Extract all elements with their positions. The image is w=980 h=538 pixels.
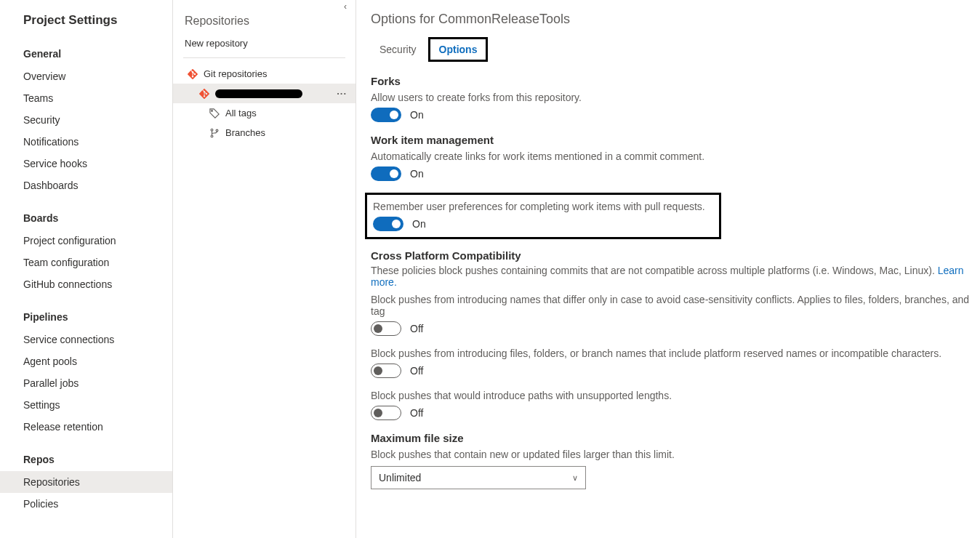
- auto-link-desc: Automatically create links for work item…: [371, 150, 980, 162]
- collapse-panel-icon[interactable]: ‹: [340, 1, 351, 13]
- case-sensitivity-state: Off: [410, 323, 423, 334]
- git-repositories-root[interactable]: Git repositories: [173, 64, 356, 84]
- tag-icon: [209, 108, 220, 119]
- nav-heading: General: [0, 41, 172, 65]
- options-content: Options for CommonReleaseTools Security …: [356, 0, 980, 538]
- nav-item-security[interactable]: Security: [0, 109, 172, 131]
- forks-section: Forks Allow users to create forks from t…: [371, 75, 980, 122]
- repo-item-selected[interactable]: ···: [173, 84, 356, 103]
- remember-pref-toggle[interactable]: [373, 217, 403, 231]
- remember-pref-state: On: [412, 218, 426, 230]
- path-length-desc: Block pushes that would introduce paths …: [371, 390, 980, 401]
- nav-item-release-retention[interactable]: Release retention: [0, 416, 172, 438]
- forks-desc: Allow users to create forks from this re…: [371, 92, 980, 103]
- chevron-down-icon: ∨: [572, 473, 578, 483]
- nav-item-team-configuration[interactable]: Team configuration: [0, 252, 172, 273]
- nav-item-settings[interactable]: Settings: [0, 394, 172, 416]
- nav-item-teams[interactable]: Teams: [0, 87, 172, 109]
- nav-heading: Boards: [0, 205, 172, 230]
- git-icon: [188, 69, 198, 79]
- work-item-section: Work item management Automatically creat…: [371, 134, 980, 239]
- path-length-toggle[interactable]: [371, 406, 401, 420]
- branch-icon: [209, 128, 220, 138]
- cross-platform-section: Cross Platform Compatibility These polic…: [371, 249, 980, 420]
- nav-heading: Pipelines: [0, 304, 172, 329]
- all-tags-label: All tags: [225, 108, 257, 119]
- forks-heading: Forks: [371, 75, 980, 87]
- max-file-size-heading: Maximum file size: [371, 432, 980, 444]
- svg-point-0: [212, 110, 213, 111]
- auto-link-state: On: [410, 168, 424, 180]
- tab-security[interactable]: Security: [371, 39, 425, 60]
- nav-heading: Repos: [0, 446, 172, 471]
- max-file-size-section: Maximum file size Block pushes that cont…: [371, 432, 980, 489]
- nav-item-notifications[interactable]: Notifications: [0, 131, 172, 153]
- all-tags-item[interactable]: All tags: [173, 103, 356, 123]
- nav-item-dashboards[interactable]: Dashboards: [0, 174, 172, 196]
- page-title: Options for CommonReleaseTools: [371, 12, 980, 27]
- forks-toggle-state: On: [410, 109, 424, 121]
- project-settings-sidebar: Project Settings GeneralOverviewTeamsSec…: [0, 0, 173, 538]
- tabs: Security Options: [371, 37, 980, 62]
- branches-item[interactable]: Branches: [173, 123, 356, 142]
- reserved-names-toggle[interactable]: [371, 364, 401, 378]
- nav-item-parallel-jobs[interactable]: Parallel jobs: [0, 372, 172, 394]
- cross-platform-heading: Cross Platform Compatibility: [371, 249, 980, 262]
- more-actions-icon[interactable]: ···: [337, 88, 347, 99]
- remember-pref-highlight: Remember user preferences for completing…: [365, 193, 721, 239]
- repositories-panel-title: Repositories: [173, 15, 356, 38]
- nav-item-repositories[interactable]: Repositories: [0, 471, 172, 493]
- nav-item-service-connections[interactable]: Service connections: [0, 329, 172, 350]
- cross-platform-desc: These policies block pushes containing c…: [371, 265, 980, 288]
- new-repository-link[interactable]: New repository: [173, 38, 356, 57]
- divider: [183, 57, 345, 58]
- remember-pref-desc: Remember user preferences for completing…: [373, 201, 713, 212]
- auto-link-toggle[interactable]: [371, 166, 401, 181]
- case-sensitivity-toggle[interactable]: [371, 321, 401, 336]
- case-sensitivity-desc: Block pushes from introducing names that…: [371, 294, 980, 317]
- svg-point-2: [211, 134, 213, 137]
- sidebar-title: Project Settings: [0, 13, 172, 41]
- work-item-heading: Work item management: [371, 134, 980, 146]
- max-file-size-select[interactable]: Unlimited ∨: [371, 466, 586, 489]
- nav-item-project-configuration[interactable]: Project configuration: [0, 230, 172, 252]
- nav-item-policies[interactable]: Policies: [0, 493, 172, 515]
- svg-point-3: [216, 129, 218, 132]
- repositories-panel: ‹ Repositories New repository Git reposi…: [173, 0, 356, 538]
- forks-toggle[interactable]: [371, 108, 401, 122]
- nav-item-overview[interactable]: Overview: [0, 65, 172, 87]
- nav-item-github-connections[interactable]: GitHub connections: [0, 273, 172, 295]
- nav-item-agent-pools[interactable]: Agent pools: [0, 350, 172, 372]
- git-icon: [199, 89, 209, 99]
- nav-item-service-hooks[interactable]: Service hooks: [0, 153, 172, 174]
- reserved-names-state: Off: [410, 365, 423, 377]
- max-file-size-desc: Block pushes that contain new or updated…: [371, 449, 980, 460]
- max-file-size-value: Unlimited: [379, 472, 421, 483]
- git-repositories-label: Git repositories: [204, 68, 267, 79]
- svg-point-1: [211, 129, 213, 131]
- branches-label: Branches: [225, 127, 265, 138]
- reserved-names-desc: Block pushes from introducing files, fol…: [371, 348, 980, 359]
- tab-options[interactable]: Options: [428, 37, 489, 62]
- repo-name-redacted: [215, 89, 302, 98]
- path-length-state: Off: [410, 407, 423, 419]
